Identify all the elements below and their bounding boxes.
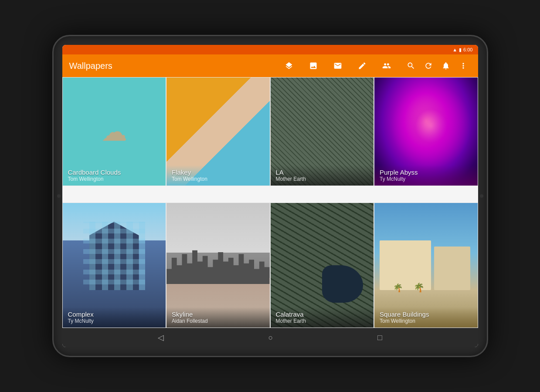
skyline-buildings	[166, 247, 270, 284]
wallpaper-info-purple-abyss: Purple Abyss Ty McNulty	[374, 165, 478, 186]
wallpaper-grid: ☁ Cardboard Clouds Tom Wellington Flakey…	[62, 77, 478, 328]
wallpaper-title: LA	[276, 169, 369, 176]
tablet-frame: ▲ ▮ 6:00 Wallpapers	[52, 35, 488, 357]
search-icon[interactable]	[403, 58, 419, 74]
cloud-icon: ☁	[101, 116, 127, 147]
nav-icons	[281, 58, 394, 74]
more-icon[interactable]	[455, 58, 471, 74]
wallpaper-info-square-buildings: Square Buildings Tom Wellington	[374, 307, 478, 328]
wallpaper-title: Purple Abyss	[380, 169, 472, 176]
building-windows	[83, 222, 145, 290]
wallpaper-title: Calatrava	[276, 311, 369, 318]
camera-left	[57, 194, 61, 198]
wallpaper-info-calatrava: Calatrava Mother Earth	[271, 307, 374, 328]
edit-icon[interactable]	[354, 58, 370, 74]
wallpaper-author: Ty McNulty	[380, 176, 472, 182]
wallpaper-author: Aidan Follestad	[172, 318, 265, 324]
bottom-nav-bar: ◁ ○ □	[62, 328, 478, 347]
wallpaper-title: Complex	[68, 311, 161, 318]
notifications-icon[interactable]	[438, 58, 454, 74]
mail-icon[interactable]	[330, 58, 346, 74]
refresh-icon[interactable]	[421, 58, 436, 74]
wallpaper-item-flakey[interactable]: Flakey Tom Wellington	[166, 77, 270, 186]
wallpaper-author: Mother Earth	[276, 318, 369, 324]
wallpaper-title: Flakey	[172, 169, 265, 176]
wallpaper-info-cardboard-clouds: Cardboard Clouds Tom Wellington	[63, 165, 166, 186]
back-button[interactable]: ◁	[154, 329, 167, 346]
camera-right	[480, 194, 483, 198]
wallpaper-title: Skyline	[172, 311, 265, 318]
wallpaper-title: Cardboard Clouds	[68, 169, 161, 176]
recent-button[interactable]: □	[374, 330, 386, 346]
image-icon[interactable]	[306, 58, 321, 74]
wallpaper-author: Mother Earth	[276, 176, 369, 182]
app-title: Wallpapers	[69, 61, 281, 71]
wallpaper-info-skyline: Skyline Aidan Follestad	[166, 307, 270, 328]
home-button[interactable]: ○	[265, 330, 277, 346]
time-display: 6:00	[463, 47, 472, 52]
app-bar: Wallpapers	[62, 54, 478, 77]
wallpaper-title: Square Buildings	[380, 311, 472, 318]
action-icons	[403, 58, 471, 74]
wallpaper-item-la[interactable]: LA Mother Earth	[270, 77, 374, 186]
wallpaper-info-complex: Complex Ty McNulty	[63, 307, 166, 328]
tablet-screen: ▲ ▮ 6:00 Wallpapers	[62, 45, 478, 347]
wifi-icon: ▲	[452, 47, 457, 52]
wallpaper-item-cardboard-clouds[interactable]: ☁ Cardboard Clouds Tom Wellington	[62, 77, 166, 186]
wallpaper-info-la: LA Mother Earth	[271, 165, 374, 186]
wallpaper-author: Tom Wellington	[68, 176, 161, 182]
status-bar: ▲ ▮ 6:00	[62, 45, 478, 54]
status-icons: ▲ ▮ 6:00	[452, 47, 472, 53]
wallpaper-author: Tom Wellington	[172, 176, 265, 182]
wallpaper-author: Ty McNulty	[68, 318, 161, 324]
wallpaper-item-calatrava[interactable]: Calatrava Mother Earth	[270, 203, 374, 328]
people-icon[interactable]	[379, 58, 394, 74]
wallpaper-item-skyline[interactable]: Skyline Aidan Follestad	[166, 203, 270, 328]
wallpaper-info-flakey: Flakey Tom Wellington	[166, 165, 270, 186]
wallpaper-item-square-buildings[interactable]: 🌴 🌴 Square Buildings Tom Wellington	[374, 203, 478, 328]
wallpaper-author: Tom Wellington	[380, 318, 472, 324]
wallpaper-item-complex[interactable]: Complex Ty McNulty	[62, 203, 166, 328]
wallpaper-item-purple-abyss[interactable]: Purple Abyss Ty McNulty	[374, 77, 478, 186]
battery-icon: ▮	[459, 47, 462, 53]
layers-icon[interactable]	[281, 58, 297, 74]
